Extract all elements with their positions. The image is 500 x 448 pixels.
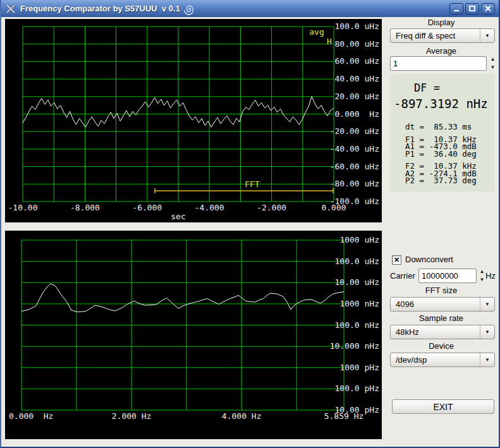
y-tick-label: -80.00 uHz [330,179,379,188]
y-tick-label: 100.0 uHz [335,257,379,266]
y-tick-label: -20.00 uHz [330,126,379,136]
measurement-readout: DF = -897.3192 nHz dt = 85.33 msF1 = 10.… [390,74,494,191]
average-label: Average [387,46,496,56]
x-tick-label: -6.000 [132,203,162,212]
fft-size-select[interactable]: 4096 ▼ [390,297,495,312]
y-tick-label: 40.00 uHz [335,74,379,83]
app-window: Frequency Comparator by S57UUU v 0.1 100… [0,0,500,448]
display-select[interactable]: Freq diff & spect ▼ [390,28,495,43]
sample-rate-select[interactable]: 48kHz ▼ [390,325,495,339]
x-tick-label: 4.000 Hz [222,411,262,421]
spiral-icon [181,1,197,16]
y-tick-label: 0.000 Hz [335,109,379,119]
carrier-input[interactable] [418,269,477,283]
x-tick-label: -10.00 [8,203,38,212]
fft-size-label: FFT size [387,286,496,295]
spin-up-icon[interactable]: ▲ [489,56,497,63]
fft-annotation: FFT [245,179,260,189]
display-select-value: Freq diff & spect [391,31,480,40]
downconvert-checkbox[interactable]: ✕ [392,255,401,265]
x-tick-label: -4.000 [195,203,224,212]
device-select[interactable]: /dev/dsp ▼ [390,353,495,367]
time-plot-canvas: 100.0 uHz80.00 uHz60.00 uHz40.00 uHz20.0… [5,19,382,222]
x-tick-label: -8.000 [70,203,100,212]
y-tick-label: -40.00 uHz [330,144,379,154]
avg-annotation: avg [309,27,324,37]
sample-rate-value: 48kHz [391,327,480,337]
maximize-icon [468,5,476,12]
close-icon [484,5,492,12]
spin-down-icon[interactable]: ▼ [489,64,497,71]
x11-app-icon [5,3,16,15]
y-tick-label: 1000 nHz [339,299,379,308]
df-label: DF = [414,82,440,94]
x-axis-label: sec [171,212,185,221]
x-tick-label: 2.000 Hz [112,411,152,421]
readout-line: dt = 85.33 ms [405,123,477,131]
chevron-down-icon: ▼ [480,29,494,42]
checkbox-x-mark: ✕ [394,257,399,263]
downconvert-label: Downconvert [405,255,453,264]
spectrum-plot: 1000 uHz100.0 uHz10.00 uHz1000 nHz100.0 … [5,231,382,439]
spectrum-trace [21,284,344,312]
df-value: -897.3192 nHz [394,97,488,111]
readout-line: P1 = 36.40 deg [405,150,477,158]
x-tick-label: 5.859 Hz [324,411,364,421]
y-tick-label: 20.00 uHz [335,92,379,101]
y-tick-label: 80.00 uHz [335,39,379,49]
frequency-difference-plot: 100.0 uHz80.00 uHz60.00 uHz40.00 uHz20.0… [5,19,382,222]
sample-rate-label: Sample rate [387,313,496,323]
y-tick-label: 1000 uHz [339,235,379,245]
carrier-label: Carrier [390,271,415,281]
chevron-down-icon: ▼ [480,325,494,339]
spectrum-plot-canvas: 1000 uHz100.0 uHz10.00 uHz1000 nHz100.0 … [5,231,382,439]
y-tick-label: 10.000 nHz [330,341,379,351]
fft-size-value: 4096 [391,300,480,309]
minimize-button[interactable] [449,3,463,15]
x-tick-label: 0.000 [321,203,346,212]
display-label: Display [387,18,496,27]
device-value: /dev/dsp [391,355,480,365]
y-tick-label: 100.0 uHz [335,21,379,31]
readout-line: P2 = 37.73 deg [405,177,477,185]
average-input[interactable] [390,56,487,71]
window-title: Frequency Comparator by S57UUU v 0.1 [20,4,180,13]
y-tick-label: 10.00 uHz [335,277,379,287]
chevron-down-icon: ▼ [480,298,494,311]
maximize-button[interactable] [465,3,479,15]
minimize-icon [453,6,460,12]
signal-readout-lines: dt = 85.33 msF1 = 10.37 kHzA1 = -473.0 m… [405,123,477,185]
carrier-unit-label: Hz [485,271,496,281]
h-marker-annotation: H [327,37,332,46]
y-tick-label: -60.00 uHz [330,162,379,171]
average-stepper[interactable]: ▲ ▼ [489,56,497,71]
device-label: Device [387,341,496,351]
y-tick-label: 100.0 pHz [335,384,379,393]
exit-button[interactable]: EXIT [392,399,494,414]
x-tick-label: 0.000 Hz [9,411,53,421]
y-tick-label: 60.00 uHz [335,56,379,66]
y-tick-label: 100.0 nHz [335,320,379,330]
close-button[interactable] [481,3,495,15]
title-bar: Frequency Comparator by S57UUU v 0.1 [1,0,499,17]
y-tick-label: 1000 pHz [339,363,379,372]
x-tick-label: -2.000 [257,203,286,212]
chevron-down-icon: ▼ [480,353,494,366]
